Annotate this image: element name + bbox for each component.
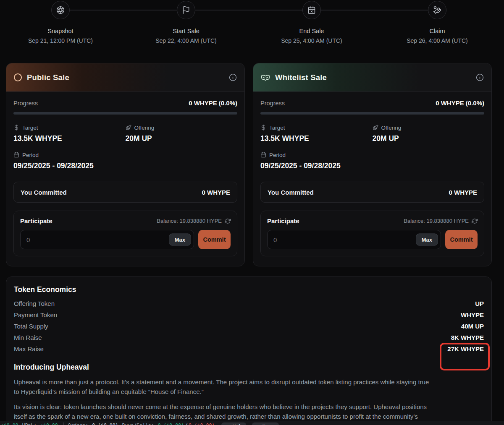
target-label: Target: [269, 125, 285, 131]
econ-label: Offering Token: [14, 300, 55, 307]
about-title: Introducing Upheaval: [14, 363, 484, 372]
max-button[interactable]: Max: [416, 234, 438, 246]
period-stat: Period 09/25/2025 - 09/28/2025: [13, 151, 237, 172]
target-value: 13.5K WHYPE: [13, 134, 126, 144]
whitelist-sale-header: Whitelist Sale: [253, 63, 491, 92]
trading-ticker-bar: +$0.00 UPnL: +$0.00 Orders: 0 ($0.00) Bu…: [0, 421, 504, 425]
target-label: Target: [22, 125, 38, 131]
max-button[interactable]: Max: [169, 234, 191, 246]
rocket-icon: [373, 125, 378, 130]
progress-value: 0 WHYPE (0.0%): [436, 99, 484, 107]
econ-value: 8K WHYPE: [451, 334, 484, 341]
sale-title: Public Sale: [27, 73, 69, 82]
info-icon[interactable]: [476, 73, 484, 81]
token-economics-rows: Offering Token UP Payment Token WHYPE To…: [14, 298, 484, 355]
target-value: 13.5K WHYPE: [260, 134, 373, 144]
amount-input[interactable]: [20, 230, 194, 249]
milestone-start-sale: Start Sale Sep 22, 4:00 AM (UTC): [123, 0, 249, 44]
econ-label: Total Supply: [14, 323, 48, 330]
rocket-icon: [126, 125, 131, 130]
offering-label: Offering: [134, 125, 155, 131]
econ-value: 40M UP: [461, 323, 484, 330]
milestone-date: Sep 21, 12:00 PM (UTC): [0, 37, 123, 44]
circle-ring-icon: [14, 73, 22, 81]
amount-input[interactable]: [267, 230, 441, 249]
balance-text: Balance: 19.838880 HYPE: [157, 218, 222, 224]
milestone-claim: Claim Sep 26, 4:00 AM (UTC): [374, 0, 500, 44]
sale-timeline: Snapshot Sep 21, 12:00 PM (UTC) Start Sa…: [0, 0, 504, 50]
progress-bar: [260, 112, 484, 115]
offering-value: 20M UP: [126, 134, 238, 144]
calendar-x-icon: [302, 1, 321, 19]
commit-button[interactable]: Commit: [445, 230, 478, 249]
public-sale-header: Public Sale: [6, 63, 244, 92]
committed-label: You Committed: [21, 189, 67, 196]
buys-sells-separator: /: [185, 422, 188, 425]
upnl-label: UPnL:: [22, 422, 37, 425]
milestone-label: Claim: [374, 28, 500, 34]
offering-stat: Offering 20M UP: [373, 124, 485, 144]
refresh-icon[interactable]: [472, 218, 478, 224]
you-committed-box: You Committed 0 WHYPE: [13, 182, 237, 203]
econ-label: Max Raise: [14, 345, 44, 352]
econ-row-offering-token: Offering Token UP: [14, 298, 484, 309]
buys-value: 0 ($0.00): [158, 422, 184, 425]
committed-value: 0 WHYPE: [202, 189, 230, 196]
participate-panel: Participate Balance: 19.838880 HYPE Max …: [260, 211, 484, 256]
venetian-mask-icon: [261, 73, 270, 82]
pnl-value: +$0.00: [1, 422, 18, 425]
volume-toggle-button[interactable]: Vol: [221, 422, 246, 425]
public-sale-card: Public Sale Progress 0 WHYPE (0.0%) Targ…: [6, 63, 245, 266]
refresh-icon[interactable]: [225, 218, 231, 224]
econ-value: UP: [475, 300, 484, 307]
upnl-value: +$0.00: [40, 422, 58, 425]
calendar-icon: [13, 152, 19, 158]
sale-title: Whitelist Sale: [275, 73, 327, 82]
target-stat: Target 13.5K WHYPE: [260, 124, 373, 144]
econ-label: Payment Token: [14, 311, 57, 318]
dollar-icon: [260, 125, 266, 130]
milestone-label: End Sale: [249, 28, 375, 34]
news-button[interactable]: + News: [252, 422, 279, 425]
target-stat: Target 13.5K WHYPE: [13, 124, 126, 144]
econ-value: 27K WHYPE: [447, 345, 484, 352]
milestone-end-sale: End Sale Sep 25, 4:00 AM (UTC): [249, 0, 375, 44]
milestone-date: Sep 22, 4:00 AM (UTC): [123, 37, 249, 44]
commit-button[interactable]: Commit: [198, 230, 231, 249]
hand-coins-icon: [428, 1, 446, 19]
progress-label: Progress: [13, 100, 38, 107]
calendar-icon: [260, 152, 266, 158]
balance-text: Balance: 19.838880 HYPE: [404, 218, 469, 224]
econ-label: Min Raise: [14, 334, 42, 341]
you-committed-box: You Committed 0 WHYPE: [260, 182, 484, 203]
dollar-icon: [13, 125, 19, 130]
milestone-snapshot: Snapshot Sep 21, 12:00 PM (UTC): [0, 0, 123, 44]
token-economics-card: Token Economics Offering Token UP Paymen…: [6, 276, 492, 425]
period-value: 09/25/2025 - 09/28/2025: [13, 162, 237, 172]
whitelist-sale-card: Whitelist Sale Progress 0 WHYPE (0.0%) T…: [253, 63, 492, 266]
orders-label: Orders:: [68, 422, 88, 425]
participate-panel: Participate Balance: 19.838880 HYPE Max …: [13, 211, 237, 256]
offering-stat: Offering 20M UP: [126, 124, 238, 144]
econ-row-min-raise: Min Raise 8K WHYPE: [14, 332, 484, 343]
participate-label: Participate: [267, 217, 299, 224]
econ-row-payment-token: Payment Token WHYPE: [14, 309, 484, 321]
info-icon[interactable]: [229, 73, 237, 81]
period-label: Period: [22, 152, 39, 158]
ticker-divider: [63, 422, 64, 425]
flag-icon: [177, 1, 195, 19]
period-label: Period: [269, 152, 286, 158]
aperture-icon: [51, 1, 70, 19]
committed-value: 0 WHYPE: [449, 189, 477, 196]
committed-label: You Committed: [268, 189, 314, 196]
econ-row-total-supply: Total Supply 40M UP: [14, 321, 484, 332]
buys-sells-label: Buys/Sells:: [122, 422, 154, 425]
milestone-label: Start Sale: [123, 28, 249, 34]
about-paragraph-1: Upheaval is more than just a protocol. I…: [14, 377, 484, 396]
token-economics-title: Token Economics: [14, 285, 484, 294]
sells-value: 0 ($0.00): [189, 422, 215, 425]
econ-value: WHYPE: [461, 311, 484, 318]
milestone-label: Snapshot: [0, 28, 123, 34]
econ-row-max-raise: Max Raise 27K WHYPE: [14, 343, 484, 355]
period-value: 09/25/2025 - 09/28/2025: [260, 162, 484, 172]
